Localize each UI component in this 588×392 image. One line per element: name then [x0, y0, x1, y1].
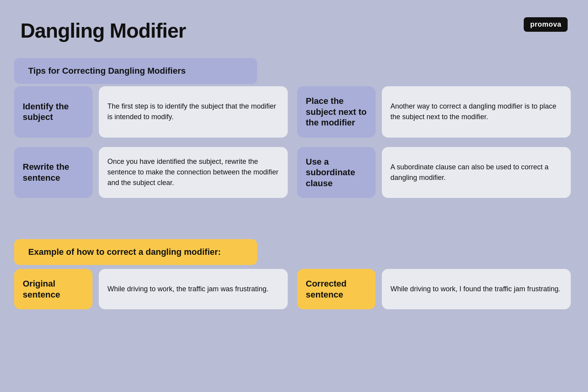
tip-label-place: Place the subject next to the modifier: [297, 86, 376, 138]
tip-pair-rewrite: Rewrite the sentence Once you have ident…: [14, 147, 288, 198]
example-description-original: While driving to work, the traffic jam w…: [99, 269, 288, 309]
example-label-corrected: Corrected sentence: [297, 269, 376, 309]
example-label-original: Original sentence: [14, 269, 93, 309]
tip-label-subordinate: Use a subordinate clause: [297, 147, 376, 198]
examples-grid: Original sentence While driving to work,…: [14, 269, 571, 309]
page-title: Dangling Modifier: [20, 19, 186, 42]
example-section-header: Example of how to correct a dangling mod…: [14, 239, 257, 265]
tips-section-header: Tips for Correcting Dangling Modifiers: [14, 58, 257, 84]
tip-pair-place: Place the subject next to the modifier A…: [297, 86, 571, 138]
tips-grid: Identify the subject The first step is t…: [14, 86, 571, 198]
tip-description-identify: The first step is to identify the subjec…: [99, 86, 288, 138]
promova-logo: promova: [524, 17, 568, 32]
tip-label-rewrite: Rewrite the sentence: [14, 147, 93, 198]
tip-description-place: Another way to correct a dangling modifi…: [382, 86, 571, 138]
tip-pair-subordinate: Use a subordinate clause A subordinate c…: [297, 147, 571, 198]
tip-description-rewrite: Once you have identified the subject, re…: [99, 147, 288, 198]
tip-pair-identify: Identify the subject The first step is t…: [14, 86, 288, 138]
tip-description-subordinate: A subordinate clause can also be used to…: [382, 147, 571, 198]
example-pair-original: Original sentence While driving to work,…: [14, 269, 288, 309]
example-description-corrected: While driving to work, I found the traff…: [382, 269, 571, 309]
tip-label-identify: Identify the subject: [14, 86, 93, 138]
example-pair-corrected: Corrected sentence While driving to work…: [297, 269, 571, 309]
